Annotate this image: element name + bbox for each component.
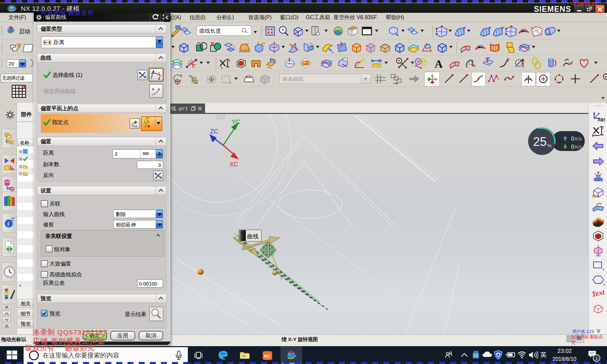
svg-text:123: 123 xyxy=(215,114,225,120)
svg-text:i: i xyxy=(7,221,9,227)
svg-text:0: 0 xyxy=(571,144,574,150)
svg-text:%: % xyxy=(547,143,551,148)
svg-text:XC: XC xyxy=(230,161,238,168)
svg-text:ABS: ABS xyxy=(598,118,605,122)
svg-text:mi: mi xyxy=(264,353,269,359)
svg-text:Text: Text xyxy=(591,288,605,299)
svg-text:曲线: 曲线 xyxy=(247,233,259,240)
svg-text:ZC: ZC xyxy=(210,128,218,135)
svg-text:YC: YC xyxy=(232,119,240,125)
svg-text:25: 25 xyxy=(533,135,547,149)
svg-text:K/s: K/s xyxy=(575,144,582,150)
svg-text:0: 0 xyxy=(571,135,574,142)
svg-text:K/s: K/s xyxy=(575,136,582,142)
